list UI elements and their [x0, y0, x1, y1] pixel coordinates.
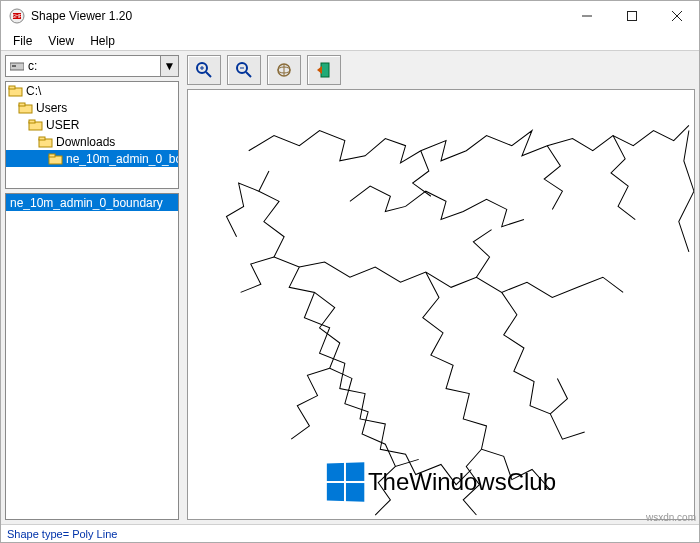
app-icon: SHP [9, 8, 25, 24]
tree-row[interactable]: Downloads [6, 133, 178, 150]
map-canvas[interactable]: TheWindowsClub [187, 89, 695, 520]
folder-icon [48, 152, 64, 166]
svg-rect-29 [321, 63, 329, 77]
menubar: File View Help [1, 31, 699, 51]
toolbar [187, 55, 695, 85]
reset-view-button[interactable] [267, 55, 301, 85]
menu-view[interactable]: View [40, 32, 82, 50]
svg-rect-10 [9, 86, 15, 89]
tree-label: Downloads [56, 135, 115, 149]
tree-row[interactable]: Users [6, 99, 178, 116]
svg-marker-30 [317, 66, 322, 74]
tree-label: ne_10m_admin_0_bou [66, 152, 179, 166]
zoom-in-button[interactable] [187, 55, 221, 85]
drive-select[interactable]: c: ▼ [5, 55, 179, 77]
folder-tree[interactable]: C:\ Users USER Downloads ne_10m_admin_0_… [5, 81, 179, 189]
svg-rect-12 [19, 103, 25, 106]
sidebar: c: ▼ C:\ Users USER Downloads [1, 51, 183, 524]
zoom-out-icon [235, 61, 253, 79]
exit-button[interactable] [307, 55, 341, 85]
titlebar: SHP Shape Viewer 1.20 [1, 1, 699, 31]
credit-text: wsxdn.com [646, 512, 696, 523]
menu-file[interactable]: File [5, 32, 40, 50]
svg-line-20 [206, 72, 211, 77]
content: c: ▼ C:\ Users USER Downloads [1, 51, 699, 524]
drive-label: c: [28, 59, 37, 73]
svg-line-24 [246, 72, 251, 77]
svg-rect-18 [49, 154, 55, 157]
zoom-out-button[interactable] [227, 55, 261, 85]
folder-icon [18, 101, 34, 115]
app-window: SHP Shape Viewer 1.20 File View Help c: … [0, 0, 700, 543]
tree-row[interactable]: ne_10m_admin_0_bou [6, 150, 178, 167]
svg-text:SHP: SHP [12, 13, 23, 19]
maximize-button[interactable] [609, 1, 654, 31]
svg-rect-16 [39, 137, 45, 140]
svg-rect-14 [29, 120, 35, 123]
window-controls [564, 1, 699, 31]
status-text: Shape type= Poly Line [7, 528, 117, 540]
status-bar: Shape type= Poly Line [1, 524, 699, 542]
folder-icon [8, 84, 24, 98]
main-pane: TheWindowsClub [183, 51, 699, 524]
tree-row[interactable]: USER [6, 116, 178, 133]
list-item[interactable]: ne_10m_admin_0_boundary [6, 194, 178, 211]
tree-row[interactable]: C:\ [6, 82, 178, 99]
globe-icon [275, 61, 293, 79]
svg-rect-4 [627, 12, 636, 21]
window-title: Shape Viewer 1.20 [31, 9, 564, 23]
tree-label: USER [46, 118, 79, 132]
drive-icon [10, 60, 24, 72]
minimize-button[interactable] [564, 1, 609, 31]
file-label: ne_10m_admin_0_boundary [10, 196, 163, 210]
svg-rect-8 [12, 65, 16, 67]
menu-help[interactable]: Help [82, 32, 123, 50]
zoom-in-icon [195, 61, 213, 79]
file-list[interactable]: ne_10m_admin_0_boundary [5, 193, 179, 520]
map-shape [188, 90, 694, 520]
tree-label: C:\ [26, 84, 41, 98]
folder-icon [38, 135, 54, 149]
chevron-down-icon: ▼ [160, 56, 178, 76]
folder-icon [28, 118, 44, 132]
tree-label: Users [36, 101, 67, 115]
close-button[interactable] [654, 1, 699, 31]
exit-icon [315, 61, 333, 79]
